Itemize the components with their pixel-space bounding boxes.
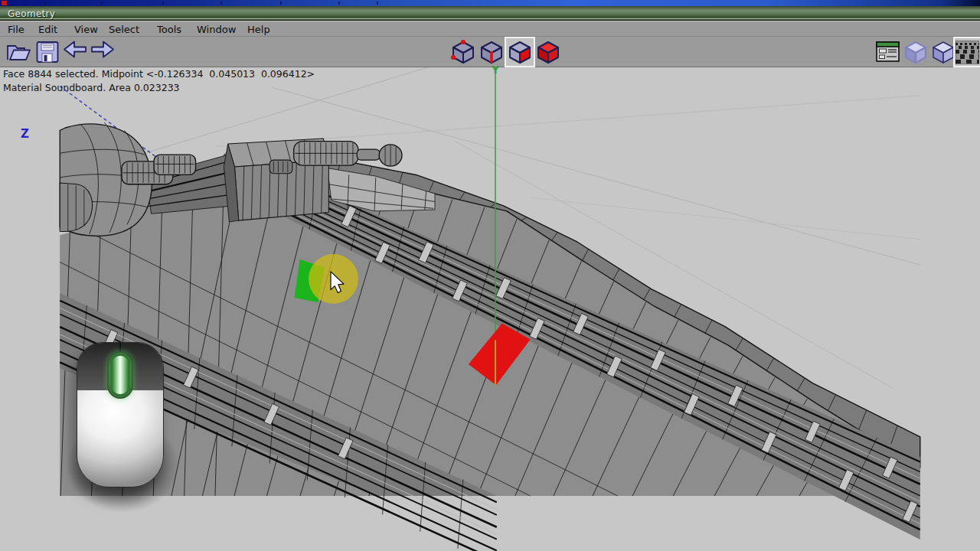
mouse-body <box>77 342 164 487</box>
z-axis-label: Z <box>21 127 29 141</box>
menu-select[interactable]: Select <box>106 23 142 36</box>
grid-plane-icon <box>956 41 979 64</box>
os-strip-tick <box>338 2 340 5</box>
smooth-cube-icon <box>903 39 929 66</box>
select-edge-button[interactable] <box>478 38 505 66</box>
geometry-graph-button[interactable] <box>874 38 902 66</box>
os-strip-tick <box>44 2 46 5</box>
select-body-button[interactable] <box>534 38 562 66</box>
window-icon <box>875 39 901 65</box>
os-app-icon <box>2 1 7 5</box>
menu-edit[interactable]: Edit <box>36 23 60 36</box>
os-strip-tick <box>377 2 378 5</box>
wire-cube-icon <box>930 39 956 66</box>
smooth-shading-button[interactable] <box>902 38 929 66</box>
menu-file[interactable]: File <box>5 23 27 36</box>
folder-icon <box>6 39 32 65</box>
open-button[interactable] <box>5 38 33 66</box>
os-strip-tick <box>280 2 282 5</box>
cube-edge-icon <box>479 39 505 66</box>
save-button[interactable] <box>34 38 61 66</box>
floppy-icon <box>34 39 60 65</box>
menu-tools[interactable]: Tools <box>155 23 184 36</box>
select-face-button[interactable] <box>506 38 534 66</box>
toolbar <box>0 37 980 67</box>
undo-button[interactable] <box>61 38 89 66</box>
cube-vertex-icon <box>450 39 476 66</box>
status-line-2: Material Soundboard. Area 0.023233 <box>3 82 180 93</box>
os-strip-tick <box>220 2 222 5</box>
menu-help[interactable]: Help <box>245 23 273 36</box>
mouse-base <box>77 390 163 487</box>
os-strip <box>0 0 980 6</box>
mouse-scroll-wheel-icon <box>110 354 130 396</box>
os-strip-tick <box>162 2 164 5</box>
cube-body-icon <box>535 39 561 66</box>
menu-view[interactable]: View <box>72 23 100 36</box>
flat-shading-button[interactable] <box>929 38 957 66</box>
redo-button[interactable] <box>89 38 116 66</box>
status-line-1: Face 8844 selected. Midpoint <-0.126334 … <box>3 68 315 80</box>
cube-face-icon <box>507 39 533 66</box>
arrow-left-icon <box>62 39 88 65</box>
mouse-overlay <box>64 339 186 519</box>
window-title: Geometry <box>8 8 55 19</box>
os-strip-tick <box>101 2 103 5</box>
select-vertex-button[interactable] <box>449 38 477 66</box>
menu-window[interactable]: Window <box>194 23 238 36</box>
y-axis-label: Y <box>492 64 499 76</box>
window-title-bar: Geometry <box>0 6 980 21</box>
arrow-right-icon <box>90 39 116 65</box>
viewport-3d[interactable]: Face 8844 selected. Midpoint <-0.126334 … <box>0 67 980 551</box>
menu-bar: File Edit View Select Tools Window Help <box>0 21 980 37</box>
ground-plane-button[interactable] <box>955 38 980 66</box>
